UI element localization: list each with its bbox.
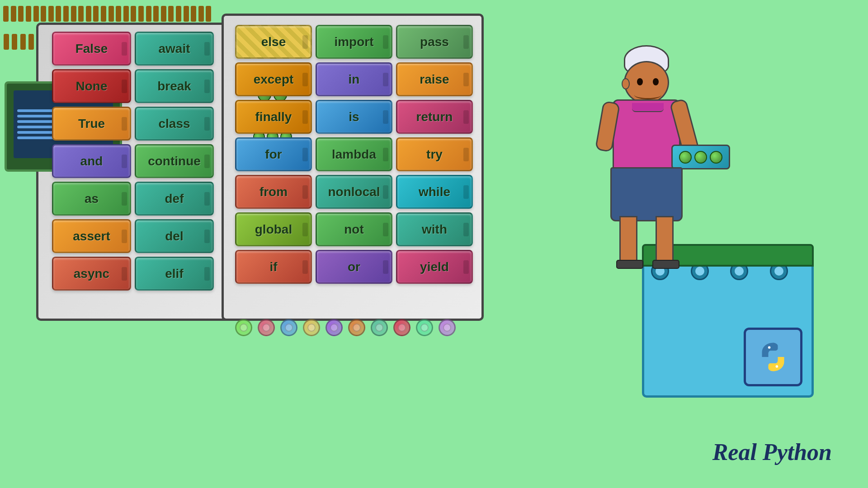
conveyor-tick (93, 6, 99, 22)
coin-3 (710, 151, 722, 164)
conveyor-tick (161, 6, 166, 22)
conveyor-tick (33, 6, 39, 22)
conveyor-coin-5 (348, 319, 365, 336)
conveyor-tick (41, 6, 46, 22)
char-collar (632, 103, 664, 112)
keyword-in: in (316, 62, 392, 96)
char-eye-left (637, 78, 643, 85)
keyword-None: None (52, 69, 131, 103)
conveyor-tick (48, 6, 54, 22)
conveyor-tick (101, 6, 106, 22)
keyword-class: class (135, 107, 214, 141)
keyword-try: try (396, 137, 473, 171)
conveyor-tick (18, 6, 24, 22)
coin-2 (694, 151, 707, 164)
conveyor-coin-1 (258, 319, 275, 336)
conveyor-coin-4 (326, 319, 343, 336)
keyword-continue: continue (135, 144, 214, 178)
conveyor-tick (168, 6, 174, 22)
conveyor-tick (20, 34, 26, 50)
keyword-except: except (235, 62, 312, 96)
conveyor-tick (86, 6, 91, 22)
char-body (613, 99, 680, 172)
keyword-from: from (235, 175, 312, 209)
keyword-pass: pass (396, 25, 473, 59)
conveyor-tick (11, 6, 16, 22)
conveyor-tick (206, 6, 211, 22)
keyword-if: if (235, 250, 312, 284)
char-ear (622, 78, 630, 89)
keyword-assert: assert (52, 219, 131, 253)
keyword-return: return (396, 100, 473, 134)
conveyor-tick (146, 6, 151, 22)
keyword-for: for (235, 137, 312, 171)
right-keywords-grid: elseimportpassexceptinraisefinallyisretu… (228, 18, 480, 291)
coin-1 (679, 151, 692, 164)
keyword-def: def (135, 182, 214, 216)
main-scene: FalseawaitNonebreakTrueclassandcontinuea… (0, 0, 868, 488)
keyword-await: await (135, 32, 214, 66)
char-shoe-right (652, 260, 679, 269)
conveyor-coin-7 (393, 319, 410, 336)
char-shoe-left (616, 260, 643, 269)
conveyor-tick (184, 6, 189, 22)
brand-name: Real Python (712, 439, 832, 465)
keyword-yield: yield (396, 250, 473, 284)
char-mouth (634, 90, 661, 99)
python-chip (744, 328, 802, 386)
keyword-import: import (316, 25, 392, 59)
keyword-async: async (52, 257, 131, 291)
keyword-finally: finally (235, 100, 312, 134)
conveyor-tick (176, 6, 181, 22)
conveyor-tick (63, 6, 69, 22)
character (597, 45, 696, 294)
conveyor-tick (71, 6, 76, 22)
char-shorts (610, 167, 683, 221)
keyword-global: global (235, 212, 312, 246)
keyword-is: is (316, 100, 392, 134)
conveyor-tick (28, 34, 34, 50)
char-leg-left (619, 216, 637, 266)
conveyor-tick (78, 6, 84, 22)
keyword-as: as (52, 182, 131, 216)
conveyor-coins (235, 319, 456, 336)
conveyor-tick (191, 6, 196, 22)
keyword-with: with (396, 212, 473, 246)
keyword-not: not (316, 212, 392, 246)
keyword-raise: raise (396, 62, 473, 96)
conveyor-tick (26, 6, 31, 22)
svg-point-1 (776, 365, 778, 368)
python-logo-icon (757, 341, 789, 373)
keyword-elif: elif (135, 257, 214, 291)
keyword-or: or (316, 250, 392, 284)
conveyor-tick (116, 6, 121, 22)
conveyor-tick (12, 34, 17, 50)
keyword-and: and (52, 144, 131, 178)
conveyor-tick (108, 6, 114, 22)
keyword-break: break (135, 69, 214, 103)
conveyor-tick (123, 6, 129, 22)
char-head (624, 61, 669, 104)
keyword-nonlocal: nonlocal (316, 175, 392, 209)
conveyor-coin-3 (303, 319, 320, 336)
keyword-False: False (52, 32, 131, 66)
conveyor-coin-6 (371, 319, 388, 336)
conveyor-tick (198, 6, 204, 22)
keyword-lambda: lambda (316, 137, 392, 171)
keyword-while: while (396, 175, 473, 209)
keyword-True: True (52, 107, 131, 141)
conveyor-tick (138, 6, 144, 22)
keyword-del: del (135, 219, 214, 253)
holding-coins (679, 151, 722, 164)
char-eyes (632, 78, 664, 85)
conveyor-tick (131, 6, 136, 22)
keyword-else: else (235, 25, 312, 59)
left-keywords-grid: FalseawaitNonebreakTrueclassandcontinuea… (45, 25, 221, 335)
conveyor-coin-0 (235, 319, 252, 336)
char-eye-right (653, 78, 659, 85)
conveyor-tick (3, 6, 9, 22)
conveyor-tick (153, 6, 159, 22)
conveyor-tick (4, 34, 9, 50)
conveyor-coin-8 (416, 319, 433, 336)
conveyor-coin-9 (439, 319, 456, 336)
